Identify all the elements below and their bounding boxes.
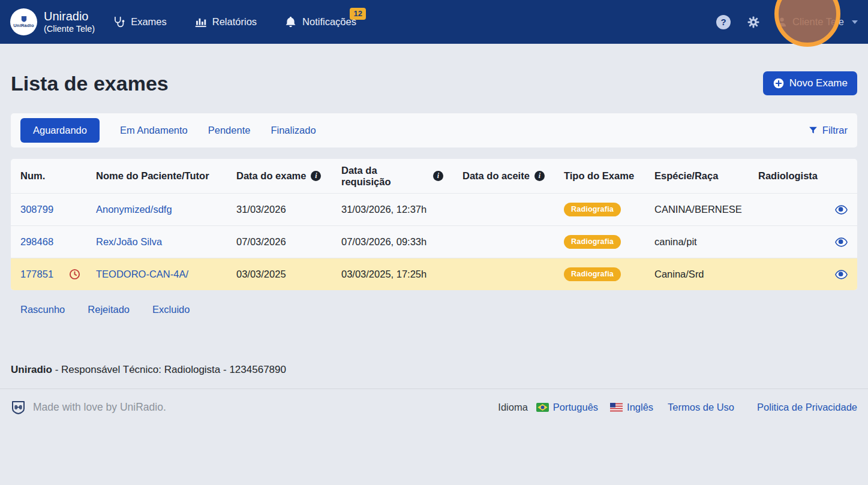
- exam-number-link[interactable]: 177851: [20, 269, 53, 280]
- view-exam-icon[interactable]: [835, 237, 848, 247]
- bell-icon: [284, 16, 297, 28]
- tab-excluido[interactable]: Excluido: [152, 304, 190, 315]
- shield-bone-icon: [11, 400, 26, 415]
- request-date: 31/03/2026, 12:37h: [332, 204, 453, 215]
- brand[interactable]: UniRadio Uniradio (Cliente Tele): [10, 8, 95, 35]
- nav-item-exames[interactable]: Exames: [113, 16, 167, 28]
- new-exam-button[interactable]: Novo Exame: [763, 71, 857, 95]
- technical-responsible-line: Uniradio - Responsável Técnico: Radiolog…: [11, 364, 857, 376]
- nav-item-notificacoes[interactable]: Notificações 12: [284, 16, 356, 28]
- col-patient: Nome do Paciente/Tutor: [86, 170, 227, 182]
- made-with: Made with love by UniRadio.: [11, 400, 166, 415]
- page-title: Lista de exames: [11, 72, 169, 95]
- request-date: 07/03/2026, 09:33h: [332, 236, 453, 248]
- page-header: Lista de exames Novo Exame: [11, 71, 857, 95]
- tab-em-andamento[interactable]: Em Andamento: [120, 125, 188, 136]
- exam-type-badge: Radiografia: [564, 203, 621, 216]
- species-breed: CANINA/BERNESE: [645, 204, 749, 215]
- user-menu[interactable]: Cliente Tele: [776, 16, 858, 28]
- top-navbar: UniRadio Uniradio (Cliente Tele) Exames: [0, 0, 868, 44]
- uniradio-logo: UniRadio: [10, 8, 37, 35]
- patient-link[interactable]: TEODORO-CAN-4A/: [96, 269, 188, 280]
- overdue-clock-icon: [69, 269, 80, 280]
- footer-bar: Made with love by UniRadio. Idioma Portu…: [0, 388, 868, 426]
- view-exam-icon[interactable]: [835, 270, 848, 279]
- user-name: Cliente Tele: [792, 16, 844, 28]
- table-row: 308799 Anonymized/sdfg 31/03/2026 31/03/…: [11, 193, 857, 225]
- species-breed: canina/pit: [645, 236, 749, 248]
- gear-icon[interactable]: [747, 16, 760, 29]
- status-tabs: Aguardando Em Andamento Pendente Finaliz…: [11, 113, 857, 147]
- col-num: Num.: [11, 170, 86, 182]
- responsible-text: - Responsável Técnico: Radiologista - 12…: [55, 364, 286, 375]
- filter-button[interactable]: Filtrar: [808, 125, 848, 136]
- col-exam-date: Data do exame: [227, 170, 332, 182]
- tab-pendente[interactable]: Pendente: [208, 125, 251, 136]
- language-portuguese-link[interactable]: Português: [553, 402, 598, 413]
- request-date: 03/03/2025, 17:25h: [332, 269, 453, 280]
- brand-name: Uniradio: [44, 10, 95, 24]
- exam-date: 31/03/2026: [227, 204, 332, 215]
- terms-of-use-link[interactable]: Termos de Uso: [668, 402, 734, 413]
- exam-number-link[interactable]: 298468: [20, 236, 53, 248]
- help-icon[interactable]: [716, 15, 731, 29]
- privacy-policy-link[interactable]: Politica de Privacidade: [757, 402, 857, 413]
- exam-date: 07/03/2026: [227, 236, 332, 248]
- nav-label: Exames: [131, 16, 167, 28]
- made-with-text: Made with love by UniRadio.: [33, 401, 166, 414]
- exam-type-badge: Radiografia: [564, 267, 621, 281]
- logo-text: UniRadio: [13, 23, 34, 28]
- col-species: Espécie/Raça: [645, 170, 749, 182]
- col-request-date: Data da requisição: [332, 165, 453, 188]
- nav-items: Exames Relatórios Notificações 12: [113, 16, 356, 28]
- nav-item-relatorios[interactable]: Relatórios: [194, 16, 257, 28]
- patient-link[interactable]: Rex/João Silva: [96, 236, 162, 248]
- chevron-down-icon: [852, 20, 858, 24]
- funnel-icon: [808, 125, 818, 135]
- table-header-row: Num. Nome do Paciente/Tutor Data do exam…: [11, 159, 857, 193]
- tab-aguardando[interactable]: Aguardando: [20, 118, 100, 143]
- nav-label: Relatórios: [212, 16, 257, 28]
- exam-type-badge: Radiografia: [564, 235, 621, 249]
- col-exam-type: Tipo do Exame: [554, 170, 645, 182]
- new-exam-label: Novo Exame: [789, 77, 848, 89]
- language-english-link[interactable]: Inglês: [627, 402, 653, 413]
- patient-link[interactable]: Anonymized/sdfg: [96, 204, 172, 215]
- nav-label: Notificações: [302, 16, 356, 28]
- plus-circle-icon: [773, 77, 785, 89]
- brand-text: Uniradio (Cliente Tele): [44, 10, 95, 34]
- secondary-tabs: Rascunho Rejeitado Excluido: [11, 290, 857, 329]
- usa-flag-icon: [610, 403, 623, 412]
- info-icon[interactable]: [534, 171, 545, 181]
- footer-brand: Uniradio: [11, 364, 52, 375]
- info-icon[interactable]: [311, 171, 321, 181]
- notification-count-badge[interactable]: 12: [350, 8, 365, 20]
- tab-rascunho[interactable]: Rascunho: [20, 304, 65, 315]
- main-content: Lista de exames Novo Exame Aguardando Em…: [0, 71, 868, 329]
- tab-finalizado[interactable]: Finalizado: [271, 125, 316, 136]
- exams-table: Num. Nome do Paciente/Tutor Data do exam…: [11, 159, 857, 290]
- table-row: 298468 Rex/João Silva 07/03/2026 07/03/2…: [11, 225, 857, 258]
- navbar-right: Cliente Tele: [716, 15, 858, 29]
- col-accept-date: Data do aceite: [453, 170, 554, 182]
- bar-chart-icon: [194, 16, 207, 28]
- stethoscope-icon: [113, 16, 125, 28]
- info-icon[interactable]: [433, 171, 443, 181]
- filter-label: Filtrar: [822, 125, 848, 136]
- col-radiologist: Radiologista: [749, 170, 857, 182]
- table-row-highlighted: 177851 TEODORO-CAN-4A/ 03/03/2025 03/03/…: [11, 258, 857, 290]
- brand-subtitle: (Cliente Tele): [44, 24, 95, 34]
- exam-date: 03/03/2025: [227, 269, 332, 280]
- shield-icon: [21, 16, 27, 22]
- footer-links: Idioma Português Inglês Termos de Uso Po…: [498, 402, 857, 413]
- species-breed: Canina/Srd: [645, 269, 749, 280]
- view-exam-icon[interactable]: [835, 205, 848, 215]
- brazil-flag-icon: [536, 403, 549, 412]
- language-label: Idioma: [498, 402, 528, 413]
- tab-rejeitado[interactable]: Rejeitado: [88, 304, 130, 315]
- user-icon: [776, 16, 788, 28]
- exam-number-link[interactable]: 308799: [20, 204, 53, 215]
